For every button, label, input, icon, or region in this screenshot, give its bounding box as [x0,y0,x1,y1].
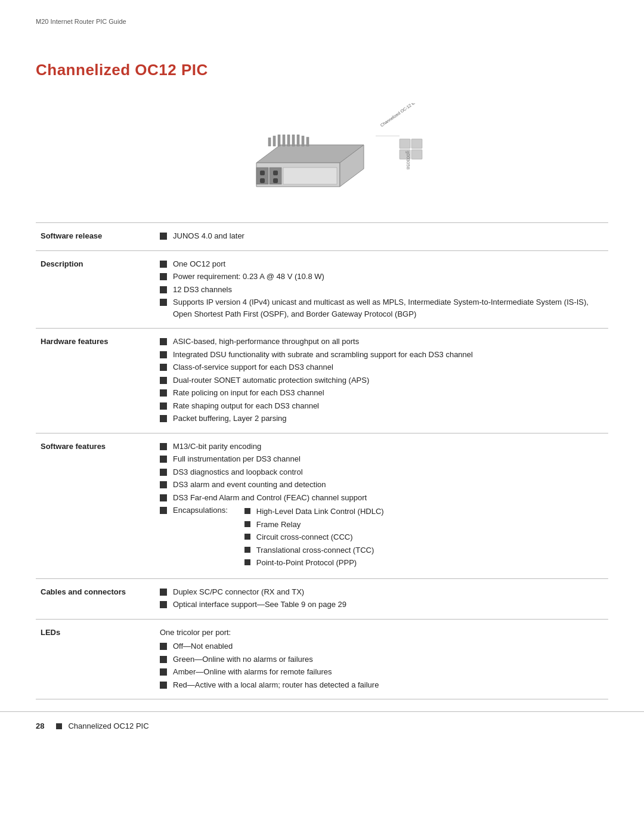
svg-rect-8 [292,135,295,146]
pic-image: Channelized OC-12 to DS3 SMF-IR g003058 [203,103,441,199]
svg-rect-9 [297,135,299,146]
bullet-icon [160,261,167,268]
svg-rect-16 [260,178,265,183]
bullet-icon [160,364,167,371]
svg-rect-6 [283,135,285,146]
list-item: Class-of-service support for each DS3 ch… [160,361,603,373]
bullet-icon [160,656,167,663]
table-row: Hardware featuresASIC-based, high-perfor… [36,329,608,433]
info-table: Software releaseJUNOS 4.0 and laterDescr… [36,222,608,699]
list-item: 12 DS3 channels [160,284,603,296]
bullet-icon [160,273,167,280]
list-item: One OC12 port [160,258,603,270]
page-title: Channelized OC12 PIC [36,61,608,79]
bullet-icon [160,377,167,384]
svg-rect-7 [287,135,290,146]
bullet-icon [160,589,167,596]
svg-rect-23 [411,150,422,159]
bullet-list: Off—Not enabledGreen—Online with no alar… [160,640,603,690]
sub-list-item: Frame Relay [244,519,384,531]
list-item-text: Power requirement: 0.23 A @ 48 V (10.8 W… [173,271,324,283]
svg-rect-20 [400,139,410,148]
sub-bullet-icon [244,508,250,514]
list-item-text: Rate shaping output for each DS3 channel [173,400,319,412]
sub-list-item: High-Level Data Link Control (HDLC) [244,506,384,518]
bullet-icon [160,415,167,422]
header-breadcrumb: M20 Internet Router PIC Guide [36,18,608,25]
bullet-list: JUNOS 4.0 and later [160,230,603,242]
footer-bullet-icon [56,723,62,729]
sub-list-item-text: Frame Relay [256,519,301,531]
bullet-icon [160,668,167,676]
sub-bullet-list: High-Level Data Link Control (HDLC)Frame… [228,506,384,570]
svg-rect-5 [278,135,280,146]
svg-rect-21 [411,139,422,148]
list-item-text: DS3 alarm and event counting and detecti… [173,479,326,491]
bullet-icon [160,469,167,476]
sub-bullet-icon [244,534,250,540]
sub-list-item: Point-to-Point Protocol (PPP) [244,557,384,569]
svg-rect-3 [268,138,271,146]
list-item-text: Class-of-service support for each DS3 ch… [173,361,333,373]
sub-list-item-text: Point-to-Point Protocol (PPP) [256,557,357,569]
svg-rect-11 [306,137,309,146]
sub-list-item: Circuit cross-connect (CCC) [244,531,384,543]
list-item-text: Duplex SC/PC connector (RX and TX) [173,586,304,598]
bullet-list: Duplex SC/PC connector (RX and TX)Optica… [160,586,603,611]
list-item: Encapsulations:High-Level Data Link Cont… [160,504,603,570]
row-label: Description [36,250,155,329]
table-row: Software featuresM13/C-bit parity encodi… [36,433,608,578]
bullet-icon [160,456,167,463]
list-item-text: Amber—Online with alarms for remote fail… [173,666,332,678]
list-item-text: DS3 Far-end Alarm and Control (FEAC) cha… [173,492,367,504]
sub-bullet-icon [244,547,250,553]
row-content: One tricolor per port:Off—Not enabledGre… [155,619,608,699]
bullet-list: One OC12 portPower requirement: 0.23 A @… [160,258,603,320]
bullet-icon [160,286,167,293]
list-item: DS3 Far-end Alarm and Control (FEAC) cha… [160,492,603,504]
footer-label: Channelized OC12 PIC [68,721,148,730]
svg-text:Channelized OC-12 to DS3 SMF-I: Channelized OC-12 to DS3 SMF-IR [380,103,436,128]
bullet-icon [160,643,167,650]
svg-rect-14 [283,168,337,184]
sub-list-item-text: Translational cross-connect (TCC) [256,544,374,556]
page: M20 Internet Router PIC Guide Channelize… [0,0,644,833]
svg-rect-17 [273,171,278,175]
table-row: Cables and connectorsDuplex SC/PC connec… [36,578,608,619]
row-label: Cables and connectors [36,578,155,619]
bullet-icon [160,351,167,358]
list-item-text: Full instrumentation per DS3 channel [173,453,301,465]
row-label: Software release [36,223,155,251]
table-row: DescriptionOne OC12 portPower requiremen… [36,250,608,329]
sub-bullet-icon [244,559,250,565]
bullet-icon [160,402,167,410]
row-content: Duplex SC/PC connector (RX and TX)Optica… [155,578,608,619]
row-content: ASIC-based, high-performance throughput … [155,329,608,433]
row-content: One OC12 portPower requirement: 0.23 A @… [155,250,608,329]
svg-rect-10 [302,136,304,146]
list-item-text: Encapsulations: [173,504,228,516]
sub-list-item-text: High-Level Data Link Control (HDLC) [256,506,384,518]
list-item-text: Dual-router SONET automatic protection s… [173,374,369,386]
list-item-text: Green—Online with no alarms or failures [173,654,313,665]
row-plain-text: One tricolor per port: [160,627,603,639]
bullet-icon [160,494,167,501]
bullet-icon [160,299,167,306]
list-item-text: Off—Not enabled [173,640,233,652]
bullet-list: ASIC-based, high-performance throughput … [160,336,603,425]
footer-page-number: 28 [36,721,44,730]
list-item: ASIC-based, high-performance throughput … [160,336,603,348]
row-label: Software features [36,433,155,578]
sub-list-item: Translational cross-connect (TCC) [244,544,384,556]
list-item: Packet buffering, Layer 2 parsing [160,413,603,425]
bullet-icon [160,233,167,240]
bullet-icon [160,682,167,689]
list-item: Dual-router SONET automatic protection s… [160,374,603,386]
list-item: Optical interface support—See Table 9 on… [160,599,603,611]
list-item-text: Supports IP version 4 (IPv4) unicast and… [173,296,603,320]
list-item: Rate policing on input for each DS3 chan… [160,387,603,399]
list-item: Rate shaping output for each DS3 channel [160,400,603,412]
list-item: Supports IP version 4 (IPv4) unicast and… [160,296,603,320]
list-item: M13/C-bit parity encoding [160,441,603,453]
list-item-text: Rate policing on input for each DS3 chan… [173,387,324,399]
